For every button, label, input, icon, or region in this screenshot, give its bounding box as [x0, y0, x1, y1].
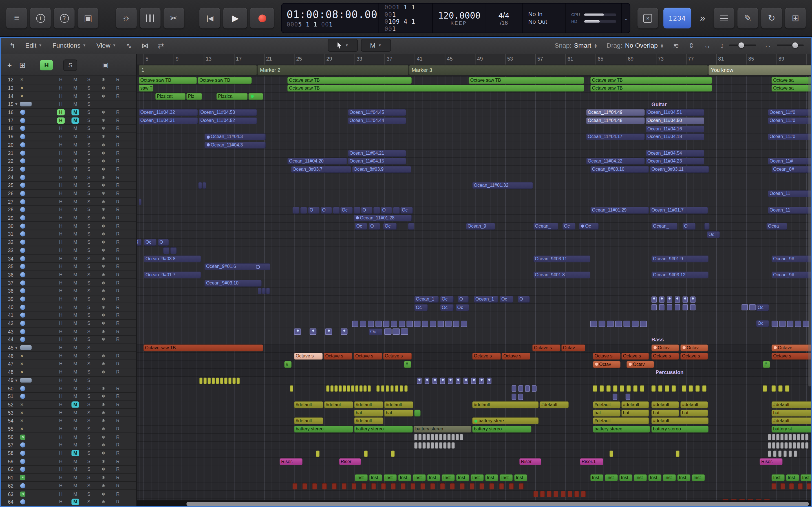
- record-enable-button[interactable]: R: [114, 166, 122, 172]
- hide-button[interactable]: H: [57, 491, 65, 497]
- mini-region[interactable]: [414, 434, 417, 441]
- region[interactable]: Oc: [756, 304, 769, 311]
- mini-region[interactable]: [689, 386, 693, 392]
- mini-region[interactable]: [435, 434, 438, 441]
- region[interactable]: Oc: [579, 223, 599, 230]
- track-checkbox-icon[interactable]: ▣: [102, 61, 109, 69]
- region[interactable]: Ocean_8#03.7: [291, 166, 351, 173]
- region[interactable]: Ocean_8#03.11: [650, 166, 709, 173]
- solo-button[interactable]: S: [85, 190, 93, 196]
- freeze-button[interactable]: ❄: [100, 231, 107, 237]
- mini-region[interactable]: [652, 386, 656, 392]
- mini-region[interactable]: [789, 442, 792, 448]
- track-header[interactable]: 25HMS❄R: [0, 182, 136, 190]
- track-header[interactable]: 45▼HMS: [0, 344, 136, 352]
- mini-region[interactable]: [229, 378, 232, 384]
- mini-region[interactable]: [420, 483, 425, 489]
- region[interactable]: hat: [652, 409, 679, 416]
- freeze-button[interactable]: ❄: [100, 125, 107, 131]
- mini-region[interactable]: [417, 378, 422, 384]
- automation-icon[interactable]: ∿: [122, 41, 136, 49]
- region[interactable]: Oc: [383, 223, 397, 230]
- region[interactable]: [249, 93, 263, 100]
- region[interactable]: battery stereo: [294, 426, 353, 433]
- region[interactable]: Octav: [626, 361, 654, 368]
- region[interactable]: Ocean_9#03.12: [652, 272, 709, 278]
- mini-region[interactable]: [381, 386, 384, 392]
- region[interactable]: Inst: [427, 474, 440, 482]
- solo-button[interactable]: S: [85, 328, 93, 335]
- mini-region[interactable]: [461, 321, 467, 327]
- mini-region[interactable]: [290, 386, 293, 392]
- mini-region[interactable]: [224, 378, 227, 384]
- region[interactable]: O: [518, 296, 530, 303]
- mute-button[interactable]: M: [71, 158, 79, 164]
- track-header[interactable]: 32HMS❄R: [0, 238, 136, 246]
- mini-region[interactable]: [351, 386, 354, 392]
- mini-region[interactable]: [312, 483, 317, 489]
- mini-region[interactable]: [343, 386, 346, 392]
- bar-ruler[interactable]: 5913172125293337414549535761656973778185…: [137, 54, 812, 65]
- mini-region[interactable]: [423, 434, 426, 441]
- hide-button[interactable]: H: [57, 385, 65, 392]
- mini-region[interactable]: [401, 329, 408, 335]
- record-enable-button[interactable]: R: [114, 182, 122, 188]
- record-button[interactable]: [250, 8, 274, 29]
- mini-region[interactable]: [363, 386, 366, 392]
- region[interactable]: [373, 207, 380, 214]
- region[interactable]: battery stereo: [472, 426, 531, 433]
- mini-region[interactable]: [613, 394, 617, 400]
- region[interactable]: Inst: [605, 474, 618, 482]
- freeze-button[interactable]: ❄: [100, 263, 107, 270]
- region[interactable]: Ocean_: [534, 223, 558, 230]
- region[interactable]: Ocean_11#04.51: [646, 109, 704, 116]
- mute-button[interactable]: M: [71, 182, 79, 188]
- mini-region[interactable]: [208, 378, 211, 384]
- freeze-button[interactable]: ❄: [100, 174, 107, 180]
- freeze-button[interactable]: ❄: [100, 418, 107, 424]
- track-header[interactable]: 17HMS❄R: [0, 117, 136, 125]
- region[interactable]: Riser.: [519, 458, 541, 465]
- region[interactable]: #default: [384, 401, 413, 408]
- hide-button[interactable]: H: [57, 344, 65, 351]
- region[interactable]: Octave s: [532, 345, 560, 351]
- hide-button[interactable]: H: [57, 215, 65, 221]
- hide-button[interactable]: H: [57, 190, 65, 196]
- region[interactable]: Inst: [591, 474, 603, 482]
- hide-button[interactable]: H: [57, 353, 65, 359]
- track-header[interactable]: 26HMS❄R: [0, 189, 136, 198]
- edit-menu[interactable]: Edit▼: [20, 37, 47, 54]
- mini-region[interactable]: [581, 491, 586, 497]
- solo-button[interactable]: S: [85, 304, 93, 310]
- mute-button[interactable]: M: [71, 361, 79, 367]
- region[interactable]: Oc: [440, 296, 454, 303]
- region[interactable]: Inst: [786, 474, 799, 482]
- region[interactable]: Oc: [707, 231, 720, 238]
- mini-region[interactable]: [797, 442, 800, 448]
- info-button[interactable]: i: [30, 8, 51, 29]
- record-enable-button[interactable]: R: [114, 385, 122, 392]
- mute-button[interactable]: M: [71, 442, 79, 448]
- freeze-button[interactable]: ❄: [100, 93, 107, 99]
- solo-button[interactable]: S: [85, 442, 93, 448]
- mini-region[interactable]: [518, 386, 523, 392]
- freeze-button[interactable]: ❄: [100, 483, 107, 489]
- mini-region[interactable]: [784, 442, 788, 448]
- hide-button[interactable]: H: [57, 166, 65, 172]
- region[interactable]: [258, 288, 262, 295]
- record-enable-button[interactable]: R: [114, 158, 122, 164]
- drag-menu[interactable]: Drag: No Overlap ▲▼: [603, 42, 668, 49]
- mute-button[interactable]: M: [71, 450, 79, 456]
- mini-region[interactable]: [322, 483, 327, 489]
- region[interactable]: Ocean_9#01.6: [205, 264, 270, 270]
- region[interactable]: Octave s: [502, 353, 530, 360]
- mini-region[interactable]: [789, 434, 792, 441]
- mini-region[interactable]: [391, 450, 395, 457]
- scrollbar-thumb[interactable]: [186, 502, 809, 506]
- record-enable-button[interactable]: R: [114, 255, 122, 262]
- record-enable-button[interactable]: R: [114, 328, 122, 335]
- region[interactable]: #default: [472, 401, 539, 408]
- region[interactable]: Riser.: [760, 458, 782, 465]
- mute-button[interactable]: M: [71, 353, 79, 359]
- mini-region[interactable]: [593, 386, 597, 392]
